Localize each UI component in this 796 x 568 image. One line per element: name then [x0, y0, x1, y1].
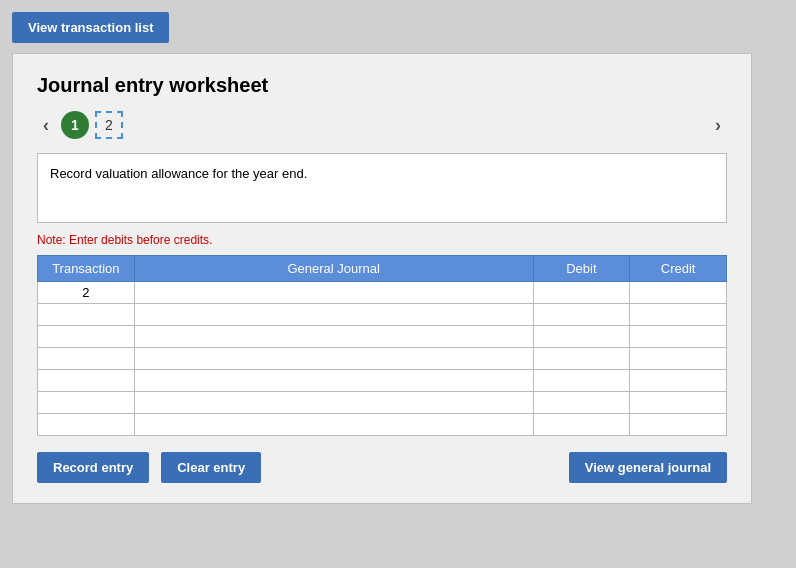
header-credit: Credit [630, 256, 727, 282]
general-journal-input[interactable] [135, 304, 533, 325]
transaction-cell [38, 414, 135, 436]
table-row [38, 304, 727, 326]
table-row [38, 370, 727, 392]
bottom-buttons: Record entry Clear entry View general jo… [37, 452, 727, 483]
pagination: ‹ 1 2 › [37, 111, 727, 139]
record-entry-button[interactable]: Record entry [37, 452, 149, 483]
debit-cell[interactable] [533, 414, 630, 436]
debit-cell[interactable] [533, 348, 630, 370]
debit-input[interactable] [534, 326, 630, 347]
debit-input[interactable] [534, 304, 630, 325]
debit-input[interactable] [534, 282, 630, 303]
next-page-button[interactable]: › [709, 113, 727, 138]
debit-cell[interactable] [533, 392, 630, 414]
transaction-cell [38, 392, 135, 414]
transaction-cell [38, 304, 135, 326]
debit-cell[interactable] [533, 282, 630, 304]
journal-entry-card: Journal entry worksheet ‹ 1 2 › Record v… [12, 53, 752, 504]
journal-table: Transaction General Journal Debit Credit… [37, 255, 727, 436]
general-journal-cell[interactable] [134, 304, 533, 326]
prev-page-button[interactable]: ‹ [37, 113, 55, 138]
credit-cell[interactable] [630, 392, 727, 414]
transaction-cell: 2 [38, 282, 135, 304]
general-journal-cell[interactable] [134, 282, 533, 304]
credit-cell[interactable] [630, 304, 727, 326]
general-journal-input[interactable] [135, 326, 533, 347]
debit-input[interactable] [534, 392, 630, 413]
general-journal-cell[interactable] [134, 414, 533, 436]
debit-cell[interactable] [533, 370, 630, 392]
credit-input[interactable] [630, 326, 726, 347]
credit-cell[interactable] [630, 348, 727, 370]
general-journal-cell[interactable] [134, 392, 533, 414]
header-transaction: Transaction [38, 256, 135, 282]
credit-input[interactable] [630, 348, 726, 369]
table-row [38, 326, 727, 348]
general-journal-input[interactable] [135, 392, 533, 413]
note-text: Note: Enter debits before credits. [37, 233, 727, 247]
view-general-journal-button[interactable]: View general journal [569, 452, 727, 483]
credit-cell[interactable] [630, 282, 727, 304]
general-journal-input[interactable] [135, 348, 533, 369]
general-journal-cell[interactable] [134, 348, 533, 370]
active-page-indicator[interactable]: 1 [61, 111, 89, 139]
header-debit: Debit [533, 256, 630, 282]
table-row [38, 414, 727, 436]
description-box: Record valuation allowance for the year … [37, 153, 727, 223]
credit-input[interactable] [630, 304, 726, 325]
credit-input[interactable] [630, 414, 726, 435]
credit-cell[interactable] [630, 370, 727, 392]
view-transaction-list-button[interactable]: View transaction list [12, 12, 169, 43]
general-journal-input[interactable] [135, 282, 533, 303]
general-journal-cell[interactable] [134, 370, 533, 392]
credit-cell[interactable] [630, 414, 727, 436]
debit-cell[interactable] [533, 304, 630, 326]
credit-input[interactable] [630, 392, 726, 413]
general-journal-cell[interactable] [134, 326, 533, 348]
selected-page-box[interactable]: 2 [95, 111, 123, 139]
clear-entry-button[interactable]: Clear entry [161, 452, 261, 483]
table-row: 2 [38, 282, 727, 304]
general-journal-input[interactable] [135, 414, 533, 435]
debit-input[interactable] [534, 348, 630, 369]
table-row [38, 348, 727, 370]
table-row [38, 392, 727, 414]
debit-input[interactable] [534, 414, 630, 435]
general-journal-input[interactable] [135, 370, 533, 391]
header-general-journal: General Journal [134, 256, 533, 282]
transaction-cell [38, 326, 135, 348]
credit-input[interactable] [630, 370, 726, 391]
transaction-cell [38, 348, 135, 370]
debit-input[interactable] [534, 370, 630, 391]
debit-cell[interactable] [533, 326, 630, 348]
transaction-cell [38, 370, 135, 392]
credit-cell[interactable] [630, 326, 727, 348]
credit-input[interactable] [630, 282, 726, 303]
card-title: Journal entry worksheet [37, 74, 727, 97]
